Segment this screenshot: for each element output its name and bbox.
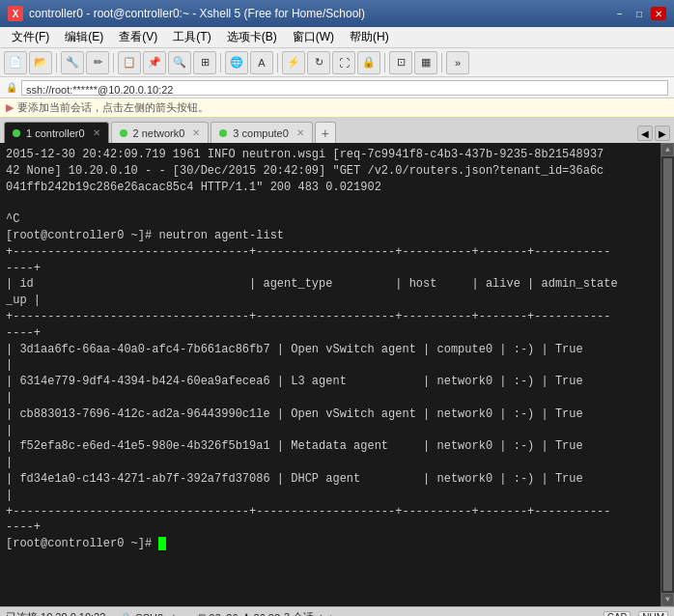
toolbar-btn8[interactable]: ⊡ — [389, 51, 412, 74]
address-bar: 🔒 ssh://root:******@10.20.0.10:22 — [0, 77, 674, 98]
info-bar: ▶ 要添加当前会话，点击左侧的箭头按钮。 — [0, 98, 674, 118]
terminal-content: 2015-12-30 20:42:09.719 1961 INFO neutro… — [6, 147, 668, 552]
info-text: 要添加当前会话，点击左侧的箭头按钮。 — [17, 100, 209, 115]
terminal-scrollbar[interactable]: ▲ ▼ — [660, 143, 674, 606]
tab-close-1[interactable]: ✕ — [93, 127, 100, 138]
more-button[interactable]: » — [446, 51, 469, 74]
new-session-button[interactable]: 📄 — [4, 51, 27, 74]
tab-label-3: 3 compute0 — [233, 127, 288, 139]
sessions-count: 3 会话 — [284, 610, 314, 616]
scroll-thumb[interactable] — [663, 158, 672, 591]
toolbar-separator — [56, 53, 57, 72]
maximize-button[interactable]: □ — [632, 7, 647, 20]
tab-close-2[interactable]: ✕ — [192, 127, 200, 138]
lock-button[interactable]: 🔒 — [357, 51, 380, 74]
tab-dot-2 — [120, 129, 127, 137]
scroll-up-button[interactable]: ▲ — [661, 143, 674, 156]
fullscreen-button[interactable]: ⛶ — [332, 51, 355, 74]
toolbar-separator5 — [384, 53, 385, 72]
tab-close-3[interactable]: ✕ — [296, 127, 304, 138]
toolbar-separator4 — [277, 53, 278, 72]
globe-button[interactable]: 🌐 — [225, 51, 248, 74]
window-title: controller0 - root@controller0:~ - Xshel… — [29, 7, 365, 20]
toolbar-btn9[interactable]: ▦ — [414, 51, 437, 74]
menu-help[interactable]: 帮助(H) — [342, 27, 397, 47]
toolbar-separator6 — [441, 53, 442, 72]
info-arrow-icon: ▶ — [6, 101, 14, 114]
open-button[interactable]: 📂 — [29, 51, 52, 74]
app-icon: X — [8, 6, 23, 21]
terminal-type-status: xterm — [167, 612, 194, 617]
protocol-status: SSH2 — [135, 612, 163, 617]
tab-label-1: 1 controller0 — [26, 127, 85, 139]
tab-dot-1 — [13, 129, 20, 137]
menu-edit[interactable]: 编辑(E) — [57, 27, 111, 47]
title-bar: X controller0 - root@controller0:~ - Xsh… — [0, 0, 674, 27]
menu-bar: 文件(F) 编辑(E) 查看(V) 工具(T) 选项卡(B) 窗口(W) 帮助(… — [0, 27, 674, 48]
tab-network0[interactable]: 2 network0 ✕ — [111, 122, 210, 143]
upload-button[interactable]: ↑ — [318, 611, 323, 617]
tab-prev-button[interactable]: ◀ — [637, 126, 653, 141]
size-icon: ⊡ — [198, 612, 206, 616]
tab-compute0[interactable]: 3 compute0 ✕ — [211, 122, 312, 143]
lock-status-icon: 🔒 — [120, 612, 131, 616]
minimize-button[interactable]: − — [612, 7, 628, 20]
terminal-cursor — [158, 537, 166, 550]
search-button[interactable]: 🔍 — [168, 51, 191, 74]
menu-tabs[interactable]: 选项卡(B) — [219, 27, 285, 47]
tab-dot-3 — [219, 129, 227, 137]
properties-button[interactable]: 🔧 — [61, 51, 84, 74]
toolbar-btn3[interactable]: ✏ — [86, 51, 109, 74]
toolbar-separator2 — [113, 53, 114, 72]
toolbar-btn5[interactable]: A — [250, 51, 273, 74]
position-icon: ✜ — [242, 612, 250, 616]
menu-file[interactable]: 文件(F) — [4, 27, 57, 47]
tab-navigation: ◀ ▶ — [637, 126, 670, 143]
tabs-bar: 1 controller0 ✕ 2 network0 ✕ 3 compute0 … — [0, 118, 674, 143]
toolbar-btn6[interactable]: ⚡ — [282, 51, 305, 74]
tab-next-button[interactable]: ▶ — [655, 126, 670, 141]
tab-controller0[interactable]: 1 controller0 ✕ — [4, 122, 109, 143]
scroll-down-button[interactable]: ▼ — [661, 593, 674, 606]
terminal-area[interactable]: 2015-12-30 20:42:09.719 1961 INFO neutro… — [0, 143, 674, 606]
lock-icon: 🔒 — [6, 82, 17, 93]
toolbar: 📄 📂 🔧 ✏ 📋 📌 🔍 ⊞ 🌐 A ⚡ ↻ ⛶ 🔒 ⊡ ▦ » — [0, 48, 674, 77]
address-text[interactable]: ssh://root:******@10.20.0.10:22 — [21, 80, 668, 96]
tab-label-2: 2 network0 — [133, 127, 185, 139]
toolbar-separator3 — [220, 53, 221, 72]
paste-button[interactable]: 📌 — [143, 51, 166, 74]
connection-status: 已连接 10.20.0.10:22， — [6, 610, 116, 616]
download-button[interactable]: ↓ — [327, 611, 333, 617]
add-tab-button[interactable]: + — [315, 122, 336, 143]
caps-indicator: CAP — [604, 611, 632, 616]
toolbar-btn7[interactable]: ↻ — [307, 51, 330, 74]
menu-tools[interactable]: 工具(T) — [165, 27, 218, 47]
toolbar-btn4[interactable]: ⊞ — [193, 51, 216, 74]
menu-window[interactable]: 窗口(W) — [285, 27, 342, 47]
status-bar: 已连接 10.20.0.10:22， 🔒 SSH2 xterm ⊡ 93x26 … — [0, 606, 674, 616]
cursor-position: 26,23 — [254, 612, 281, 617]
menu-view[interactable]: 查看(V) — [111, 27, 165, 47]
num-indicator: NUM — [638, 611, 668, 616]
close-button[interactable]: ✕ — [651, 7, 666, 20]
copy-button[interactable]: 📋 — [118, 51, 141, 74]
terminal-size: 93x26 — [210, 612, 239, 617]
